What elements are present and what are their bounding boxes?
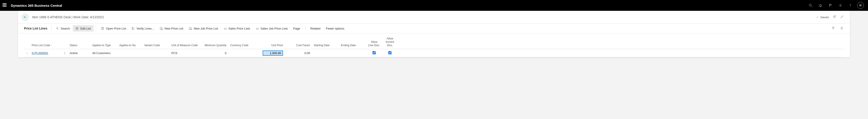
app-launcher-icon[interactable] xyxy=(3,3,7,8)
user-avatar[interactable]: IK xyxy=(857,2,864,9)
settings-gear-icon[interactable] xyxy=(836,0,845,11)
help-icon[interactable] xyxy=(846,0,855,11)
flag-icon[interactable] xyxy=(826,0,835,11)
svg-line-1 xyxy=(811,6,812,7)
notifications-icon[interactable] xyxy=(816,0,825,11)
svg-point-0 xyxy=(809,4,811,6)
svg-point-3 xyxy=(840,5,841,6)
search-icon[interactable] xyxy=(806,0,815,11)
topbar-icons: IK xyxy=(806,0,865,11)
global-topbar: Dynamics 365 Business Central IK xyxy=(0,0,868,11)
product-name: Dynamics 365 Business Central xyxy=(11,4,62,7)
